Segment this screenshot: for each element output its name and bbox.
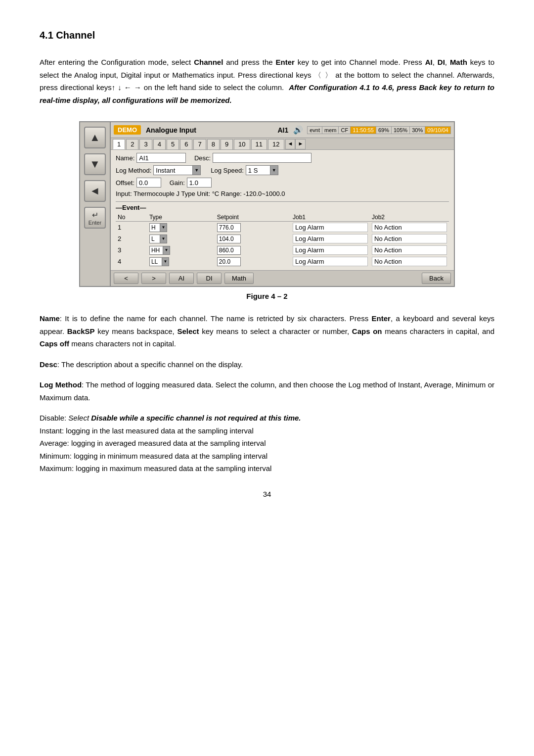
event-no-1: 1	[116, 222, 147, 234]
event-type-arrow-4[interactable]: ▼	[162, 257, 169, 266]
left-nav-controls: ▲ ▼ ◄ ↵ Enter	[80, 122, 111, 286]
enter-arrow-icon: ↵	[92, 210, 98, 220]
desc-desc: Desc: The description about a specific c…	[40, 358, 494, 371]
status-time: 11:50:55	[351, 127, 376, 134]
left-button[interactable]: ◄	[84, 180, 106, 202]
setpoint-input-4[interactable]	[217, 257, 241, 266]
bold-enter: Enter	[372, 314, 391, 323]
log-speed-label: Log Speed:	[211, 167, 244, 174]
tab-11[interactable]: 11	[251, 139, 267, 149]
intro-bold2: Enter	[275, 58, 294, 66]
name-desc-row: Name: Desc:	[116, 153, 449, 163]
tab-row: 1 2 3 4 5 6 7 8 9 10 11 12 ◄ ►	[111, 138, 454, 150]
status-pct1: 69%	[376, 127, 392, 134]
event-setpoint-4	[215, 256, 291, 267]
log-method-dropdown-arrow[interactable]: ▼	[193, 165, 201, 175]
bold-caps-on: Caps on	[352, 327, 382, 335]
nav-math-button[interactable]: Math	[224, 273, 254, 284]
tab-12[interactable]: 12	[268, 139, 284, 149]
tab-1[interactable]: 1	[113, 139, 125, 149]
desc-name: Name: It is to define the name for each …	[40, 312, 494, 350]
job2-cell-1[interactable]: No Action	[372, 223, 447, 232]
tab-prev[interactable]: ◄	[285, 139, 296, 149]
event-type-arrow-1[interactable]: ▼	[160, 223, 167, 232]
offset-label: Offset:	[116, 179, 134, 187]
tab-4[interactable]: 4	[153, 139, 166, 149]
bottom-nav: < > AI DI Math Back	[111, 270, 454, 286]
tab-5[interactable]: 5	[167, 139, 179, 149]
event-setpoint-2	[215, 233, 291, 244]
log-speed-input[interactable]: 1 S	[246, 165, 270, 175]
tab-10[interactable]: 10	[234, 139, 250, 149]
tab-3[interactable]: 3	[139, 139, 152, 149]
nav-di-button[interactable]: DI	[197, 273, 222, 284]
event-type-dropdown-1[interactable]: H ▼	[149, 223, 167, 232]
col-setpoint: Setpoint	[215, 213, 291, 222]
job1-cell-1[interactable]: Log Alarm	[293, 223, 368, 232]
intro-paragraph: After entering the Configuration mode, s…	[40, 56, 494, 106]
setpoint-input-1[interactable]	[217, 223, 241, 232]
event-type-4: LL ▼	[147, 256, 215, 267]
page-number: 34	[40, 490, 494, 498]
status-cf: CF	[339, 127, 351, 134]
gain-input[interactable]	[187, 178, 212, 188]
event-section: —Event— No Type Setpoint Job1 Job2	[116, 201, 449, 267]
event-row-2: 2 L ▼ Log Alarm	[116, 233, 449, 244]
nav-prev-button[interactable]: <	[114, 273, 138, 284]
event-job2-4: No Action	[370, 256, 449, 267]
event-job2-3: No Action	[370, 244, 449, 256]
term-name: Name	[40, 314, 60, 323]
input-info: Input: Thermocouple J Type Unit: °C Rang…	[116, 190, 449, 197]
event-type-dropdown-2[interactable]: L ▼	[149, 235, 167, 243]
instant-desc: Instant: logging in the last measured da…	[40, 426, 254, 435]
nav-back-button[interactable]: Back	[422, 273, 451, 284]
log-speed-dropdown-arrow[interactable]: ▼	[270, 165, 278, 175]
bold-caps-off: Caps off	[40, 339, 69, 348]
intro-bold1: Channel	[194, 58, 223, 66]
job1-cell-4[interactable]: Log Alarm	[293, 257, 368, 266]
nav-ai-button[interactable]: AI	[169, 273, 194, 284]
job2-cell-2[interactable]: No Action	[372, 234, 447, 243]
tab-9[interactable]: 9	[221, 139, 233, 149]
event-type-val-2: L	[149, 235, 160, 243]
name-input[interactable]	[136, 153, 186, 163]
setpoint-input-3[interactable]	[217, 246, 241, 255]
setpoint-input-2[interactable]	[217, 235, 241, 243]
log-method-input[interactable]: Instant	[153, 165, 193, 175]
status-bar: evnt mem CF 11:50:55 69% 105% 30% 09/10/…	[307, 126, 451, 134]
job2-cell-4[interactable]: No Action	[372, 257, 447, 266]
speaker-icon: 🔊	[293, 125, 303, 135]
name-label: Name:	[116, 154, 134, 162]
nav-next-button[interactable]: >	[141, 273, 166, 284]
event-type-arrow-2[interactable]: ▼	[160, 235, 167, 243]
disable-label: Disable:	[40, 414, 68, 422]
section-title: 4.1 Channel	[40, 30, 494, 41]
desc-name-text3: key means backspace,	[95, 327, 178, 335]
offset-input[interactable]	[136, 178, 161, 188]
job1-cell-3[interactable]: Log Alarm	[293, 245, 368, 255]
enter-button[interactable]: ↵ Enter	[84, 207, 106, 229]
event-type-val-4: LL	[149, 257, 162, 266]
colon-desc: : The description about a specific chann…	[57, 360, 243, 369]
event-job1-4: Log Alarm	[291, 256, 370, 267]
up-button[interactable]: ▲	[84, 127, 106, 148]
colon-log-method: : The method of logging measured data. S…	[40, 380, 494, 402]
disable-bold: Disable	[91, 414, 117, 422]
event-type-arrow-3[interactable]: ▼	[163, 246, 170, 255]
desc-input[interactable]	[213, 153, 312, 163]
down-button[interactable]: ▼	[84, 153, 106, 175]
tab-next[interactable]: ►	[295, 139, 306, 149]
disable-italic2: while a specific channel is not required…	[120, 414, 301, 422]
job1-cell-2[interactable]: Log Alarm	[293, 234, 368, 243]
tab-6[interactable]: 6	[180, 139, 192, 149]
event-type-dropdown-3[interactable]: HH ▼	[149, 246, 170, 255]
event-type-2: L ▼	[147, 233, 215, 244]
tab-7[interactable]: 7	[193, 139, 206, 149]
job2-cell-3[interactable]: No Action	[372, 245, 447, 255]
tab-8[interactable]: 8	[207, 139, 220, 149]
event-title: —Event—	[116, 201, 449, 211]
event-type-dropdown-4[interactable]: LL ▼	[149, 257, 169, 266]
tab-2[interactable]: 2	[126, 139, 138, 149]
log-method-row: Log Method: Instant ▼ Log Speed: 1 S ▼	[116, 165, 449, 175]
offset-gain-row: Offset: Gain:	[116, 178, 449, 188]
